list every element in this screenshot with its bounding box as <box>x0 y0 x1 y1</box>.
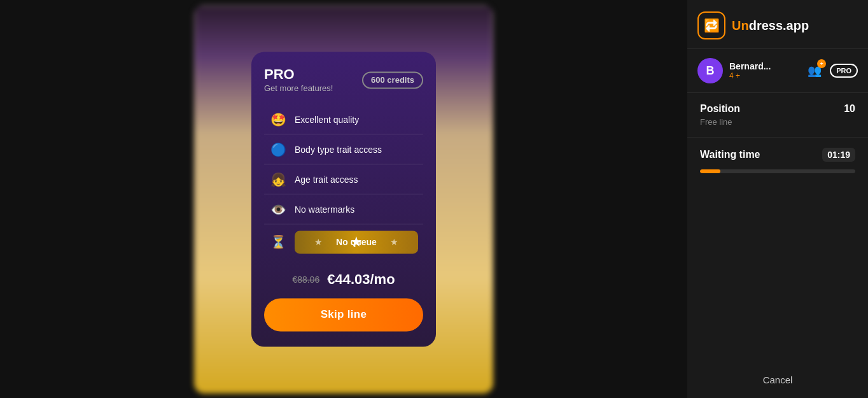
app-name: Undress.app <box>732 18 809 32</box>
user-name: Bernard... <box>729 61 798 71</box>
logo-icon: 🔁 <box>697 11 725 39</box>
modal-title-group: PRO Get more features! <box>264 67 333 93</box>
star-small-2: ★ <box>390 237 398 247</box>
user-info: Bernard... 4 + <box>729 61 798 80</box>
modal-tier-label: PRO <box>264 67 333 82</box>
friends-badge: + <box>817 59 826 68</box>
age-icon: 👧 <box>269 172 287 187</box>
logo-symbol: 🔁 <box>704 18 720 33</box>
price-old: €88.06 <box>292 274 319 285</box>
pro-badge-button[interactable]: PRO <box>830 64 858 78</box>
feature-item-watermark: 👁️ No watermarks <box>264 195 423 224</box>
logo-text: Undress.app <box>732 18 809 33</box>
waiting-time-value: 01:19 <box>822 148 855 162</box>
sidebar: 🔁 Undress.app B Bernard... 4 + 👥 + PRO <box>687 0 868 398</box>
position-label: Position <box>700 103 740 115</box>
feature-text-bodytype: Body type trait access <box>295 145 382 155</box>
feature-item-quality: 🤩 Excellent quality <box>264 106 423 134</box>
avatar: B <box>697 58 723 83</box>
feature-item-bodytype: 🔵 Body type trait access <box>264 136 423 164</box>
waiting-row: Waiting time 01:19 <box>700 148 855 162</box>
progress-bar-fill <box>700 169 720 173</box>
credit-plus: + <box>736 71 740 80</box>
photo-area: PRO Get more features! 600 credits 🤩 Exc… <box>0 0 687 398</box>
cancel-button[interactable]: Cancel <box>763 374 793 385</box>
price-new: €44.03/mo <box>327 271 395 288</box>
progress-bar-background <box>700 169 855 173</box>
feature-text-quality: Excellent quality <box>295 115 359 125</box>
app-name-prefix: Un <box>732 18 749 32</box>
waiting-label: Waiting time <box>700 149 760 160</box>
modal-subtitle: Get more features! <box>264 83 333 93</box>
modal-header: PRO Get more features! 600 credits <box>264 67 423 93</box>
skip-line-button[interactable]: Skip line <box>264 298 423 331</box>
pro-modal: PRO Get more features! 600 credits 🤩 Exc… <box>251 52 436 346</box>
position-sub: Free line <box>700 117 855 127</box>
feature-text-age: Age trait access <box>295 174 358 185</box>
position-section: Position 10 Free line <box>687 93 868 138</box>
cancel-area: Cancel <box>687 362 868 398</box>
feature-item-age: 👧 Age trait access <box>264 166 423 194</box>
user-row: B Bernard... 4 + 👥 + PRO <box>687 49 868 93</box>
pricing: €88.06 €44.03/mo <box>264 271 423 288</box>
credits-badge: 600 credits <box>362 71 423 89</box>
feature-text-watermark: No watermarks <box>295 204 354 215</box>
noqueue-icon: ⏳ <box>269 234 287 250</box>
bodytype-icon: 🔵 <box>269 142 287 157</box>
watermark-icon: 👁️ <box>269 202 287 217</box>
feature-item-noqueue: ⏳ ★ ★ ★ No queue <box>264 225 423 259</box>
quality-icon: 🤩 <box>269 112 287 127</box>
user-actions: 👥 + PRO <box>804 60 858 81</box>
credit-count: 4 <box>729 71 734 80</box>
position-value: 10 <box>844 103 855 115</box>
sidebar-header: 🔁 Undress.app <box>687 0 868 49</box>
feature-list: 🤩 Excellent quality 🔵 Body type trait ac… <box>264 106 423 259</box>
app-name-suffix: dress.app <box>749 18 809 32</box>
friends-button[interactable]: 👥 + <box>804 60 825 81</box>
waiting-section: Waiting time 01:19 <box>687 138 868 183</box>
position-row: Position 10 <box>700 103 855 115</box>
star-small-1: ★ <box>314 237 323 247</box>
noqueue-bar: ★ ★ ★ No queue <box>295 231 418 253</box>
noqueue-text: No queue <box>336 237 377 247</box>
user-credits: 4 + <box>729 71 798 80</box>
